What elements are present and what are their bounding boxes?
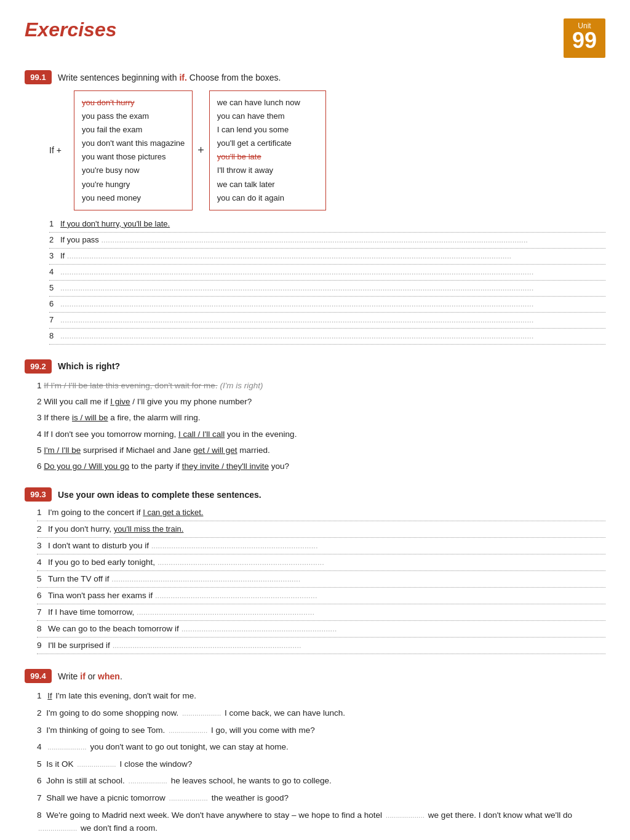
complete-line-1: 1 I'm going to the concert if I can get … [37, 508, 605, 521]
write-line-6: 6 John is still at school. .............… [37, 774, 605, 788]
which-right-line-1: 1 If I'm / I'll be late this evening, do… [37, 380, 605, 392]
exercise-991: 99.1 Write sentences beginning with if. … [25, 70, 605, 345]
unit-badge: Unit 99 [564, 18, 605, 58]
left-box-item-4: you want those pictures [82, 150, 185, 164]
left-box-item-1: you pass the exam [82, 110, 185, 123]
complete-line-9: 9 I'll be surprised if .................… [37, 641, 605, 654]
exercise-993-header: 99.3 Use your own ideas to complete thes… [25, 487, 605, 502]
section-label-992: 99.2 [25, 359, 52, 374]
answer-line-2: 2 If you pass ..........................… [49, 235, 605, 249]
exercise-993-instruction: Use your own ideas to complete these sen… [58, 490, 261, 500]
left-box-item-2: you fail the exam [82, 123, 185, 137]
right-box-item-3: you'll get a certificate [217, 137, 318, 150]
section-label-993: 99.3 [25, 487, 52, 502]
which-right-line-2: 2 Will you call me if I give / I'll give… [37, 396, 605, 408]
write-line-8: 8 We're going to Madrid next week. We do… [37, 809, 605, 835]
plus-sign: + [197, 144, 204, 157]
complete-lines-993: 1 I'm going to the concert if I can get … [37, 508, 605, 654]
exercise-993: 99.3 Use your own ideas to complete thes… [25, 487, 605, 654]
write-if: if [80, 671, 86, 681]
write-line-5: 5 Is it OK ................... I close t… [37, 758, 605, 771]
right-box: we can have lunch now you can have them … [209, 90, 326, 210]
page-header: Exercises Unit 99 [25, 18, 605, 58]
answer-line-3: 3 If ...................................… [49, 251, 605, 265]
answer-line-8: 8 ......................................… [49, 331, 605, 345]
write-line-7: 7 Shall we have a picnic tomorrow ......… [37, 791, 605, 805]
answer-line-1: 1 If you don't hurry, you'll be late. [49, 219, 605, 233]
left-box-item-0: you don't hurry [82, 98, 135, 107]
keyword-if: if. [179, 73, 186, 82]
left-box-item-6: you're hungry [82, 178, 185, 191]
complete-line-7: 7 If I have time tomorrow, .............… [37, 607, 605, 621]
boxes-container: If + you don't hurry you pass the exam y… [49, 90, 605, 210]
left-box: you don't hurry you pass the exam you fa… [74, 90, 193, 210]
exercise-991-instruction: Write sentences beginning with if. Choos… [58, 73, 281, 82]
exercise-992-header: 99.2 Which is right? [25, 359, 605, 374]
right-box-item-1: you can have them [217, 110, 318, 123]
exercise-994-instruction: Write if or when. [58, 671, 122, 681]
if-label: If + [49, 145, 66, 155]
left-box-item-5: you're busy now [82, 164, 185, 177]
right-box-item-2: I can lend you some [217, 123, 318, 137]
answer-lines-991: 1 If you don't hurry, you'll be late. 2 … [49, 219, 605, 345]
which-right-line-4: 4 If I don't see you tomorrow morning, I… [37, 428, 605, 441]
section-label-991: 99.1 [25, 70, 52, 84]
exercise-991-header: 99.1 Write sentences beginning with if. … [25, 70, 605, 84]
which-right-line-6: 6 Do you go / Will you go to the party i… [37, 460, 605, 473]
answer-line-4: 4 ......................................… [49, 267, 605, 281]
exercise-994: 99.4 Write if or when. 1 If I'm late thi… [25, 669, 605, 835]
right-box-item-0: we can have lunch now [217, 96, 318, 110]
unit-number: 99 [572, 28, 597, 53]
write-line-2: 2 I'm going to do some shopping now. ...… [37, 706, 605, 720]
write-when: when [98, 671, 120, 681]
left-box-item-7: you need money [82, 191, 185, 205]
complete-line-5: 5 Turn the TV off if ...................… [37, 574, 605, 588]
write-line-3: 3 I'm thinking of going to see Tom. ....… [37, 724, 605, 737]
write-line-4: 4 ................... you don't want to … [37, 740, 605, 754]
which-right-lines: 1 If I'm / I'll be late this evening, do… [37, 380, 605, 473]
write-line-1: 1 If I'm late this evening, don't wait f… [37, 689, 605, 703]
left-box-item-3: you don't want this magazine [82, 137, 185, 150]
answer-line-7: 7 ......................................… [49, 315, 605, 329]
which-right-line-3: 3 If there is / will be a fire, the alar… [37, 412, 605, 424]
which-right-line-5: 5 I'm / I'll be surprised if Michael and… [37, 444, 605, 457]
exercise-992-instruction: Which is right? [58, 361, 120, 371]
section-label-994: 99.4 [25, 669, 52, 683]
write-lines-994: 1 If I'm late this evening, don't wait f… [37, 689, 605, 835]
answer-line-6: 6 ......................................… [49, 299, 605, 313]
right-box-item-7: you can do it again [217, 191, 318, 205]
complete-line-8: 8 We can go to the beach tomorrow if ...… [37, 624, 605, 638]
complete-line-6: 6 Tina won't pass her exams if .........… [37, 591, 605, 604]
complete-line-3: 3 I don't want to disturb you if .......… [37, 541, 605, 554]
complete-line-2: 2 If you don't hurry, you'll miss the tr… [37, 524, 605, 538]
right-box-item-4: you'll be late [217, 152, 261, 161]
right-box-item-6: we can talk later [217, 178, 318, 191]
page-title: Exercises [25, 18, 116, 41]
complete-line-4: 4 If you go to bed early tonight, ......… [37, 558, 605, 571]
answer-line-5: 5 ......................................… [49, 283, 605, 297]
right-box-item-5: I'll throw it away [217, 164, 318, 177]
exercise-992: 99.2 Which is right? 1 If I'm / I'll be … [25, 359, 605, 473]
exercise-994-header: 99.4 Write if or when. [25, 669, 605, 683]
